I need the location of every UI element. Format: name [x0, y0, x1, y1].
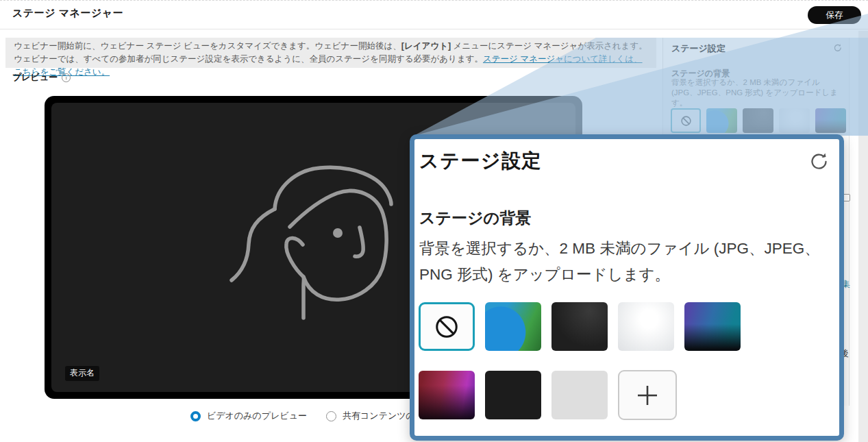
refresh-icon[interactable] — [833, 43, 843, 53]
background-tile-none[interactable] — [419, 302, 475, 351]
popup-title: ステージ設定 — [419, 148, 542, 174]
radio-video-only-preview[interactable]: ビデオのみのプレビュー — [190, 410, 307, 422]
crossed-circle-icon — [434, 314, 460, 340]
popup-background-description: 背景を選択するか、2 MB 未満のファイル (JPG、JPEG、PNG 形式) … — [419, 236, 830, 288]
plus-icon — [636, 384, 659, 407]
banner-line1: ウェビナー開始前に、ウェビナー ステージ ビューをカスタマイズできます。ウェビナ… — [14, 40, 648, 53]
page-title: ステージ マネージャー — [12, 7, 123, 20]
background-tile-blue-green[interactable] — [485, 302, 541, 351]
background-tile-blue-green[interactable] — [706, 108, 737, 133]
radio-unselected-icon[interactable] — [326, 411, 336, 421]
background-tile-purple-teal[interactable] — [684, 302, 741, 351]
stage-settings-title: ステージ設定 — [671, 42, 726, 55]
avatar-face-icon — [188, 159, 414, 392]
add-background-button[interactable] — [618, 370, 677, 420]
preview-label: プレビュー — [12, 71, 58, 84]
save-button[interactable]: 保存 — [808, 6, 861, 24]
popup-background-heading: ステージの背景 — [419, 208, 531, 229]
popup-thumbnails-row1 — [419, 302, 741, 351]
crossed-circle-icon — [680, 115, 692, 127]
preview-heading: プレビュー i — [12, 71, 71, 84]
popup-thumbnails-row2 — [419, 370, 677, 420]
background-tile-light[interactable] — [618, 302, 674, 351]
background-tile-purple-teal[interactable] — [815, 108, 846, 133]
background-tile-charcoal[interactable] — [743, 108, 773, 133]
background-thumbnails — [671, 108, 846, 133]
banner-layout-menu-ref: [レイアウト] — [401, 41, 451, 51]
background-tile-light-gray[interactable] — [551, 371, 608, 419]
background-tile-charcoal[interactable] — [551, 302, 608, 351]
background-tile-red-purple[interactable] — [419, 371, 475, 419]
stage-manager-page: ステージ マネージャー 保存 ウェビナー開始前に、ウェビナー ステージ ビューを… — [0, 0, 868, 442]
radio-selected-icon[interactable] — [190, 411, 201, 421]
header-divider — [0, 29, 868, 29]
refresh-icon[interactable] — [808, 151, 830, 173]
background-tile-none[interactable] — [671, 108, 701, 133]
display-name-tag: 表示名 — [65, 366, 99, 381]
stage-background-description: 背景を選択するか、2 MB 未満のファイル (JPG、JPEG、PNG 形式) … — [671, 77, 843, 108]
stage-settings-zoom-popup: ステージ設定 ステージの背景 背景を選択するか、2 MB 未満のファイル (JP… — [410, 134, 844, 441]
background-tile-light[interactable] — [779, 108, 810, 133]
info-icon[interactable]: i — [62, 73, 71, 82]
page-scrollbar[interactable] — [858, 31, 868, 442]
background-tile-black[interactable] — [485, 371, 541, 419]
window-top-edge — [0, 0, 868, 1]
info-banner: ウェビナー開始前に、ウェビナー ステージ ビューをカスタマイズできます。ウェビナ… — [5, 38, 656, 68]
banner-line2: ウェビナーでは、すべての参加者が同じステージ設定を表示できるように、全員のステー… — [14, 53, 648, 79]
